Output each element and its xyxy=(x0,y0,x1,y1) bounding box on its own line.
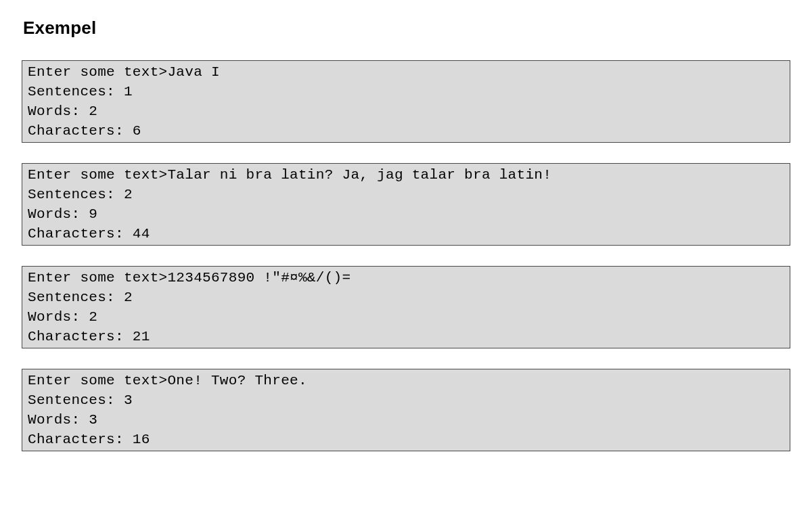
example-block: Enter some text>1234567890 !"#¤%&/()= Se… xyxy=(22,266,790,348)
example-block: Enter some text>One! Two? Three. Sentenc… xyxy=(22,369,790,451)
section-heading: Exempel xyxy=(23,18,790,39)
example-block: Enter some text>Talar ni bra latin? Ja, … xyxy=(22,163,790,246)
example-block: Enter some text>Java I Sentences: 1 Word… xyxy=(22,60,790,143)
